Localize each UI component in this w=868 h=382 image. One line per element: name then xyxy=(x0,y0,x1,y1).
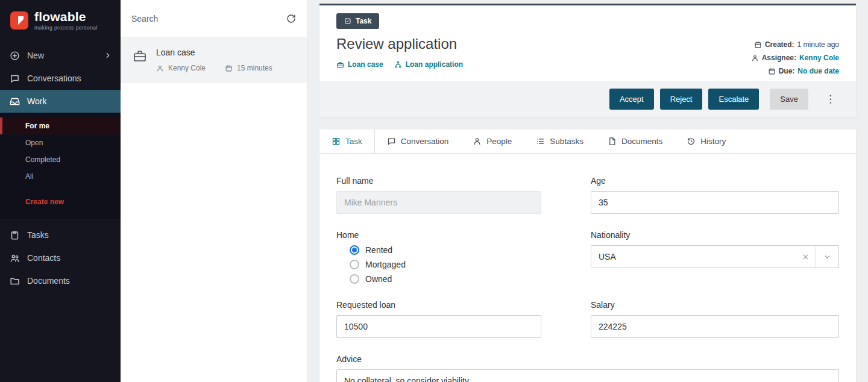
salary-field: Salary xyxy=(591,300,839,338)
flowable-logo-icon xyxy=(10,11,29,30)
task-header-card: Task Review application Loan case Loan a… xyxy=(319,4,856,117)
task-detail-card: Task Conversation People Subtasks Docume… xyxy=(319,130,856,382)
tab-task[interactable]: Task xyxy=(319,130,375,153)
breadcrumb-case-link[interactable]: Loan case xyxy=(336,60,383,69)
sidebar-subitem-all[interactable]: All xyxy=(0,168,121,185)
home-option-owned[interactable]: Owned xyxy=(350,274,541,284)
people-icon xyxy=(10,253,20,263)
search-input[interactable] xyxy=(131,14,286,23)
task-meta: Created: 1 minute ago Assignee: Kenny Co… xyxy=(751,40,839,75)
document-icon xyxy=(608,137,617,146)
tab-documents[interactable]: Documents xyxy=(596,130,675,153)
search-row xyxy=(121,0,307,37)
nationality-label: Nationality xyxy=(591,230,839,240)
assignee-link[interactable]: Kenny Cole xyxy=(799,54,839,62)
list-icon xyxy=(536,137,545,146)
escalate-button[interactable]: Escalate xyxy=(708,89,759,110)
clipboard-icon xyxy=(10,230,20,240)
tab-history[interactable]: History xyxy=(675,130,738,153)
save-button[interactable]: Save xyxy=(770,89,808,110)
brand-name: flowable xyxy=(34,10,98,23)
case-duration: 15 minutes xyxy=(237,64,272,72)
refresh-button[interactable] xyxy=(286,14,296,23)
person-icon xyxy=(156,64,164,72)
sidebar-item-label: Tasks xyxy=(27,230,49,240)
due-date-link[interactable]: No due date xyxy=(797,67,839,75)
sidebar-subitem-open[interactable]: Open xyxy=(0,134,121,151)
case-assignee: Kenny Cole xyxy=(168,64,206,72)
advice-field: Advice xyxy=(336,354,839,382)
advice-input[interactable] xyxy=(336,369,839,382)
calendar-icon xyxy=(768,67,776,75)
calendar-icon xyxy=(225,64,233,72)
reject-button[interactable]: Reject xyxy=(660,89,703,110)
full-name-label: Full name xyxy=(336,176,541,186)
chevron-down-icon[interactable] xyxy=(816,253,838,261)
history-icon xyxy=(687,137,696,146)
case-title: Loan case xyxy=(156,48,272,57)
home-field: Home Rented Mortgaged xyxy=(336,230,541,284)
sidebar-item-contacts[interactable]: Contacts xyxy=(0,246,121,269)
advice-label: Advice xyxy=(336,354,839,364)
task-badge-icon xyxy=(344,17,351,25)
age-field: Age xyxy=(591,176,839,214)
person-icon xyxy=(473,137,482,146)
requested-loan-label: Requested loan xyxy=(336,300,541,310)
salary-label: Salary xyxy=(591,300,839,310)
list-item-loan-case[interactable]: Loan case Kenny Cole 15 minutes xyxy=(121,37,307,83)
sidebar-item-label: Work xyxy=(27,96,46,106)
salary-input[interactable] xyxy=(591,315,839,338)
calendar-icon xyxy=(754,41,762,49)
nationality-value: USA xyxy=(599,252,796,261)
home-option-mortgaged[interactable]: Mortgaged xyxy=(350,260,541,269)
meta-assignee: Assignee: Kenny Cole xyxy=(751,54,839,62)
radio-mortgaged[interactable] xyxy=(350,260,359,269)
tab-subtasks[interactable]: Subtasks xyxy=(524,130,596,153)
sidebar-item-label: Conversations xyxy=(27,74,81,83)
sitemap-icon xyxy=(394,61,402,69)
brand: flowable making process personal xyxy=(0,0,121,44)
radio-rented[interactable] xyxy=(350,245,359,255)
brand-tagline: making process personal xyxy=(34,25,98,31)
folder-icon xyxy=(10,276,20,286)
nationality-field: Nationality USA xyxy=(591,230,839,268)
breadcrumb-process-link[interactable]: Loan application xyxy=(394,60,463,69)
sidebar-subitem-create-new[interactable]: Create new xyxy=(0,193,121,210)
sidebar-item-new[interactable]: New xyxy=(0,44,121,67)
sidebar-item-work[interactable]: Work xyxy=(0,90,121,113)
tab-conversation[interactable]: Conversation xyxy=(375,130,461,153)
clear-selection-icon[interactable] xyxy=(796,253,816,261)
sidebar-item-documents[interactable]: Documents xyxy=(0,269,121,292)
sidebar-item-tasks[interactable]: Tasks xyxy=(0,224,121,246)
chevron-right-icon xyxy=(104,51,112,60)
sidebar: flowable making process personal New Con… xyxy=(0,0,121,382)
meta-due: Due: No due date xyxy=(768,67,839,75)
work-list-panel: Loan case Kenny Cole 15 minutes xyxy=(121,0,307,382)
app-window: flowable making process personal New Con… xyxy=(0,0,868,382)
inbox-icon xyxy=(10,96,20,107)
accept-button[interactable]: Accept xyxy=(609,89,654,110)
tab-bar: Task Conversation People Subtasks Docume… xyxy=(319,130,856,154)
requested-loan-input[interactable] xyxy=(336,315,541,338)
age-input[interactable] xyxy=(591,191,839,214)
tab-people[interactable]: People xyxy=(461,130,524,153)
action-bar: Accept Reject Escalate Save ⋮ xyxy=(319,81,856,117)
person-icon xyxy=(751,54,759,62)
sidebar-subitem-for-me[interactable]: For me xyxy=(0,117,121,134)
task-form: Full name Age Home Rented xyxy=(319,154,856,382)
radio-owned[interactable] xyxy=(350,274,359,284)
sidebar-item-conversations[interactable]: Conversations xyxy=(0,67,121,90)
nationality-select[interactable]: USA xyxy=(591,245,839,268)
grid-icon xyxy=(332,137,341,146)
sidebar-item-label: New xyxy=(27,51,44,60)
requested-loan-field: Requested loan xyxy=(336,300,541,338)
plus-circle-icon xyxy=(10,51,20,61)
task-type-badge: Task xyxy=(336,13,379,29)
home-option-rented[interactable]: Rented xyxy=(350,245,541,255)
main-content: Task Review application Loan case Loan a… xyxy=(307,0,868,382)
sidebar-item-label: Documents xyxy=(27,276,70,286)
chat-icon xyxy=(387,137,396,146)
more-options-icon[interactable]: ⋮ xyxy=(822,92,839,107)
sidebar-subitem-completed[interactable]: Completed xyxy=(0,151,121,168)
full-name-input[interactable] xyxy=(336,191,541,214)
